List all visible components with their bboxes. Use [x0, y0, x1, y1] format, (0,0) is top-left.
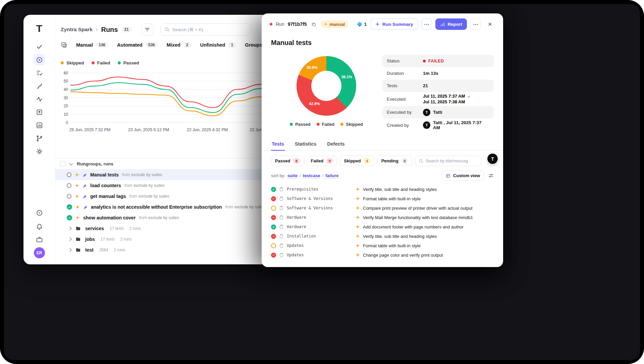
filter-pending[interactable]: Pending0	[377, 156, 412, 166]
test-row[interactable]: Software & Versions Compare print previe…	[271, 203, 494, 213]
tab-statistics[interactable]: Statistics	[294, 139, 317, 151]
ai-credits[interactable]: 1	[358, 22, 367, 27]
assistant-widget-avatar[interactable]: T	[487, 154, 498, 164]
suite-name[interactable]: Software & Versions	[287, 196, 333, 201]
svg-text:?: ?	[38, 211, 40, 215]
tab-manual[interactable]: Manual146	[76, 42, 108, 48]
bell-icon[interactable]	[34, 220, 45, 232]
tab-mixed[interactable]: Mixed2	[167, 42, 192, 48]
run-failed-dot	[270, 23, 272, 25]
check-icon[interactable]	[34, 41, 45, 52]
gear-icon[interactable]	[34, 146, 45, 157]
test-row[interactable]: Prerequisites Verify title, sub title an…	[271, 185, 494, 194]
select-all-icon[interactable]	[61, 42, 67, 48]
suite-name[interactable]: Software & Versions	[287, 206, 333, 210]
filter-failed[interactable]: Failed9	[307, 156, 337, 166]
run-title[interactable]: get manual tags	[90, 194, 126, 199]
chevron-right-icon[interactable]	[68, 226, 71, 230]
pin-icon[interactable]	[83, 194, 87, 199]
breadcrumb-app[interactable]: Zyntra Spark	[61, 27, 93, 33]
folder-name[interactable]: test	[85, 247, 94, 253]
folder-name[interactable]: services	[85, 226, 104, 231]
chevron-right-icon[interactable]	[68, 237, 71, 241]
import-box-icon[interactable]	[34, 106, 45, 118]
folder-name[interactable]: jobs	[85, 237, 95, 242]
branch-icon[interactable]	[34, 133, 45, 144]
run-summary-section: 30.8% 38.1% 42.9% Passed Failed Skipped …	[262, 47, 503, 132]
steps-icon[interactable]	[34, 80, 45, 92]
app-logo[interactable]: T	[36, 23, 42, 34]
test-row[interactable]: Updates Change page color and verify pri…	[271, 250, 494, 260]
briefcase-icon[interactable]	[34, 234, 45, 245]
test-row[interactable]: Hardware Verify Mail Merge functionality…	[271, 213, 494, 222]
copy-icon[interactable]	[310, 20, 318, 28]
drawer-header-actions: 1 Run Summary Report	[358, 18, 495, 30]
breadcrumb-separator: ›	[96, 26, 98, 33]
run-origin: from exclude by suites	[225, 205, 265, 209]
test-row[interactable]: Updates Format table with built-in style	[271, 241, 494, 250]
sort-by-failure[interactable]: failure	[325, 173, 338, 178]
test-title[interactable]: Verify title, sub title and heading styl…	[363, 234, 437, 239]
test-row[interactable]: Software & Versions Format table with bu…	[271, 194, 494, 203]
legend-passed[interactable]: Passed	[118, 60, 139, 65]
help-icon[interactable]: ?	[34, 207, 45, 218]
sort-by-suite[interactable]: suite	[287, 173, 298, 178]
search-input[interactable]	[172, 27, 247, 32]
chevron-down-icon[interactable]	[69, 161, 73, 165]
test-list: Prerequisites Verify title, sub title an…	[262, 183, 503, 260]
close-icon[interactable]	[485, 19, 495, 29]
folder-tests-count: 17 tests	[101, 237, 115, 242]
creator-avatar[interactable]: T	[423, 121, 430, 129]
test-title[interactable]: Format table with built-in style	[363, 243, 421, 248]
executor-avatar[interactable]: T	[423, 109, 430, 116]
user-avatar[interactable]: ER	[34, 247, 45, 258]
run-list-icon[interactable]	[34, 67, 45, 79]
legend-failed[interactable]: Failed	[92, 60, 110, 65]
filter-button[interactable]	[141, 23, 154, 36]
test-title[interactable]: Compare print preview of printer driver …	[363, 206, 473, 211]
suite-name[interactable]: Updates	[287, 253, 304, 257]
filter-passed[interactable]: Passed8	[271, 156, 304, 166]
legend-skipped[interactable]: Skipped	[61, 60, 84, 65]
test-title[interactable]: Verify title, sub title and heading styl…	[363, 187, 437, 192]
select-all-checkbox[interactable]	[60, 161, 65, 166]
suite-name[interactable]: Hardware	[287, 224, 306, 229]
test-title[interactable]: Add document footer with page numbers an…	[363, 224, 464, 229]
suite-name[interactable]: Updates	[287, 243, 304, 248]
suite-name[interactable]: Prerequisites	[287, 187, 318, 192]
tab-tests[interactable]: Tests	[271, 139, 285, 151]
chevron-right-icon[interactable]	[68, 248, 71, 252]
test-row[interactable]: Hardware Add document footer with page n…	[271, 222, 494, 231]
pin-icon[interactable]	[83, 173, 87, 177]
more-actions-button[interactable]	[470, 18, 481, 30]
report-button[interactable]: Report	[435, 18, 467, 30]
run-title[interactable]: show automation cover	[83, 215, 136, 220]
test-title[interactable]: Format table with built-in style	[363, 196, 421, 201]
tab-automated[interactable]: Automated536	[117, 42, 158, 48]
sort-by-testcase[interactable]: testcase	[303, 173, 320, 178]
play-circle-icon[interactable]	[34, 54, 45, 65]
test-row[interactable]: Installation Verify title, sub title and…	[271, 231, 494, 241]
run-title[interactable]: Manual tests	[90, 172, 119, 177]
folder-icon	[75, 237, 81, 242]
tab-unfinished[interactable]: Unfinished1	[200, 42, 236, 48]
pin-icon[interactable]	[83, 184, 87, 188]
pin-icon[interactable]	[83, 205, 88, 209]
custom-view-button[interactable]: Custom view	[442, 171, 484, 180]
test-title[interactable]: Change page color and verify print outpu…	[363, 253, 443, 258]
filter-skipped[interactable]: Skipped4	[340, 156, 375, 166]
tab-defects[interactable]: Defects	[326, 139, 345, 151]
adjustments-icon[interactable]	[488, 173, 494, 178]
sparkle-icon	[375, 22, 380, 27]
test-title[interactable]: Verify Mail Merge functionality with tes…	[363, 215, 473, 220]
run-summary-button[interactable]: Run Summary	[371, 18, 418, 30]
summary-more-button[interactable]	[421, 18, 432, 30]
svg-text:0: 0	[66, 120, 68, 125]
run-title[interactable]: load counters	[90, 183, 121, 188]
bar-chart-icon[interactable]	[34, 119, 45, 131]
run-title[interactable]: analytics is not accessible without Ente…	[91, 204, 222, 210]
activity-icon[interactable]	[34, 93, 45, 105]
suite-name[interactable]: Installation	[287, 234, 316, 239]
suite-name[interactable]: Hardware	[287, 215, 306, 220]
test-search-input[interactable]	[426, 159, 478, 163]
